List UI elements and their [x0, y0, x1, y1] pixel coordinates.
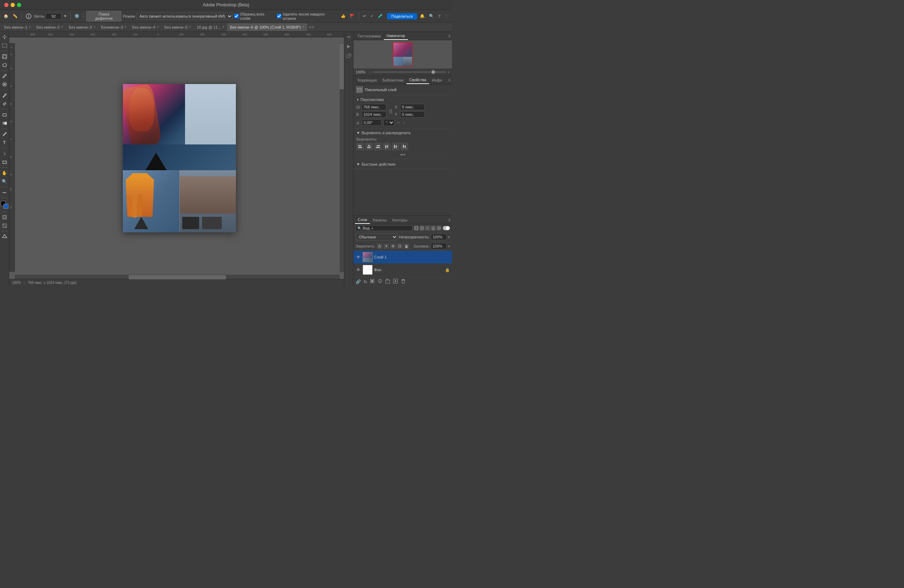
- maximize-button[interactable]: [17, 3, 21, 7]
- opacity-dropdown-icon[interactable]: ▾: [448, 235, 450, 239]
- brush-tool-button[interactable]: ✏️: [11, 13, 19, 19]
- tab-close-6[interactable]: ×: [189, 25, 191, 29]
- flip-h-button[interactable]: ↔: [397, 120, 401, 125]
- share-button[interactable]: Поделиться: [387, 13, 417, 19]
- align-header[interactable]: ▼ Выровнять и распределить: [356, 131, 449, 135]
- layers-tab-channels[interactable]: Каналы: [370, 216, 389, 224]
- tabs-more-button[interactable]: >>: [307, 24, 316, 30]
- tab-close-3[interactable]: ×: [93, 25, 95, 29]
- filter-pixel-button[interactable]: [414, 226, 419, 231]
- vertical-scrollbar-thumb[interactable]: [340, 43, 344, 89]
- search-button[interactable]: 🔍: [428, 13, 435, 19]
- lock-position-button[interactable]: [390, 243, 396, 249]
- align-top-button[interactable]: [383, 143, 390, 150]
- filter-adjustment-button[interactable]: [419, 226, 424, 231]
- opacity-input[interactable]: [431, 234, 447, 240]
- close-button[interactable]: [4, 3, 8, 7]
- help-button[interactable]: ?: [437, 13, 442, 19]
- path-selection-tool-button[interactable]: [1, 150, 8, 158]
- pen-tool-button[interactable]: [1, 130, 8, 138]
- tab-6[interactable]: Без имени–5 ×: [162, 23, 194, 31]
- eyedropper-tool-button[interactable]: [1, 72, 8, 80]
- filter-text-button[interactable]: T: [425, 226, 430, 231]
- content-aware-button[interactable]: [1, 233, 8, 240]
- delete-after-stroke-label[interactable]: Удалять после каждого штриха: [277, 12, 338, 21]
- more-options-button[interactable]: ⋮: [443, 13, 450, 19]
- home-button[interactable]: 🏠: [2, 13, 10, 19]
- flip-v-button[interactable]: ↕: [403, 120, 405, 125]
- mode-select[interactable]: Авто (может использоваться генеративный …: [136, 13, 233, 20]
- undo-button[interactable]: ↩: [362, 13, 368, 19]
- horizontal-scrollbar-thumb[interactable]: [128, 275, 226, 279]
- healing-brush-tool-button[interactable]: [1, 81, 8, 88]
- canvas-container[interactable]: [15, 38, 344, 279]
- zoom-slider[interactable]: [373, 71, 446, 73]
- layers-search-box[interactable]: 🔍 Вид ▾: [356, 225, 412, 231]
- align-more-button[interactable]: •••: [400, 152, 405, 158]
- settings-button[interactable]: ⚙️: [73, 13, 81, 19]
- notification-button[interactable]: 🔔: [419, 13, 426, 19]
- gradient-tool-button[interactable]: [1, 119, 8, 127]
- layer-mask-button[interactable]: [370, 279, 375, 285]
- align-right-button[interactable]: [374, 143, 382, 150]
- proportions-lock-button[interactable]: [388, 105, 394, 117]
- height-input[interactable]: [362, 111, 386, 118]
- extras-button[interactable]: •••: [1, 188, 8, 196]
- lock-all-button[interactable]: [404, 243, 409, 249]
- zoom-out-button[interactable]: −: [369, 70, 371, 74]
- marquee-rect-tool-button[interactable]: [1, 42, 8, 49]
- check-button[interactable]: ✓: [369, 13, 375, 19]
- tab-close-5[interactable]: ×: [157, 25, 159, 29]
- quick-actions-header[interactable]: ▼ Быстрые действия: [356, 162, 449, 166]
- navigator-tab[interactable]: Навигатор: [384, 32, 408, 40]
- properties-tab[interactable]: Свойства: [406, 76, 429, 84]
- quick-mask-button[interactable]: [1, 213, 8, 221]
- align-center-v-button[interactable]: [392, 143, 399, 150]
- filter-toggle-button[interactable]: [443, 226, 450, 230]
- transform-tool-button[interactable]: [1, 53, 8, 60]
- brush-tool-left-button[interactable]: [1, 92, 8, 99]
- libraries-tab[interactable]: Библиотеки: [379, 76, 406, 84]
- tab-8-active[interactable]: Без имени–6 @ 100% (Слой 1, RGB/8*) ×: [227, 23, 307, 31]
- layer-delete-button[interactable]: [401, 279, 406, 285]
- tab-4[interactable]: Безимени–3 ×: [98, 23, 129, 31]
- layer-mode-select[interactable]: Обычные: [356, 234, 398, 240]
- tab-close-4[interactable]: ×: [124, 25, 126, 29]
- lasso-tool-button[interactable]: [1, 61, 8, 69]
- filter-shape-button[interactable]: [431, 226, 436, 231]
- panel-menu-button[interactable]: ≡: [448, 33, 450, 38]
- layer-adjustment-button[interactable]: [378, 279, 382, 285]
- sample-all-layers-checkbox[interactable]: [234, 14, 239, 18]
- sample-all-layers-label[interactable]: Образец всех слоёв: [234, 12, 275, 21]
- layers-tab-layers[interactable]: Слои: [355, 216, 370, 224]
- fill-input[interactable]: [431, 243, 447, 249]
- brush-size-dropdown-button[interactable]: ▾: [63, 13, 68, 19]
- search-defects-button[interactable]: Поиск дефектов: [86, 11, 122, 22]
- horizontal-scrollbar[interactable]: [15, 275, 340, 279]
- frame-tool-button[interactable]: [1, 222, 8, 229]
- layer-effects-button[interactable]: fx: [364, 279, 367, 284]
- play-button[interactable]: ▶: [345, 43, 352, 50]
- eraser-tool-button[interactable]: [1, 111, 8, 119]
- move-tool-button[interactable]: [1, 33, 8, 41]
- tab-close-8[interactable]: ×: [302, 25, 304, 29]
- layer-visibility-bg[interactable]: 👁: [356, 267, 361, 273]
- layer-link-button[interactable]: 🔗: [356, 279, 361, 284]
- lock-artboard-button[interactable]: [397, 243, 403, 249]
- zoom-tool-button[interactable]: 🔍: [1, 178, 8, 185]
- zoom-in-button[interactable]: +: [448, 70, 450, 74]
- angle-input[interactable]: [362, 119, 381, 126]
- background-color[interactable]: [3, 204, 8, 209]
- tab-1[interactable]: Без имени–1 ×: [2, 23, 33, 31]
- color-swatches[interactable]: [1, 201, 8, 209]
- width-input[interactable]: [362, 104, 386, 110]
- text-tool-button[interactable]: T: [1, 139, 8, 147]
- histogram-tab[interactable]: Гистограмма: [355, 32, 384, 40]
- align-left-button[interactable]: [356, 143, 364, 150]
- layers-menu-button[interactable]: ≡: [448, 218, 450, 223]
- vertical-scrollbar[interactable]: [340, 43, 344, 272]
- properties-menu-button[interactable]: ≡: [448, 78, 450, 83]
- panel-toggle-button[interactable]: ≪: [345, 33, 352, 40]
- side-icon-extra[interactable]: [345, 52, 352, 59]
- filter-smart-button[interactable]: [436, 226, 441, 231]
